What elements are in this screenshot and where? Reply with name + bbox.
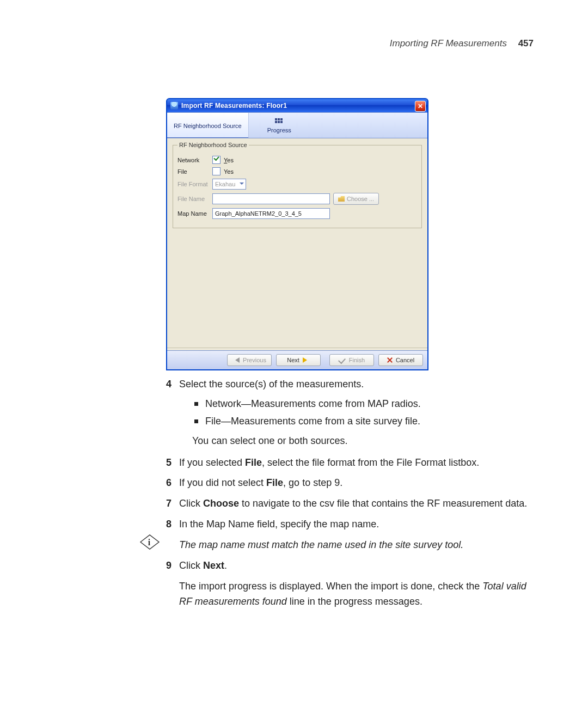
tab-progress[interactable]: Progress xyxy=(249,113,310,138)
instruction-text: 4 Select the source(s) of the measuremen… xyxy=(166,377,536,616)
step-text: In the Map Name field, specify the map n… xyxy=(179,519,379,530)
previous-label: Previous xyxy=(243,357,266,363)
previous-button[interactable]: Previous xyxy=(227,354,272,366)
group-legend: RF Neighborhood Source xyxy=(177,142,249,148)
finish-button[interactable]: Finish xyxy=(329,354,374,366)
close-icon: ✕ xyxy=(418,103,423,109)
step-6: 6 If you did not select File, go to step… xyxy=(166,476,536,491)
wizard-tabs: RF Neighborhood Source Progress xyxy=(167,112,427,138)
file-name-label: File Name xyxy=(177,196,209,202)
row-file: File Yes xyxy=(177,167,417,175)
x-icon xyxy=(387,357,393,363)
file-format-value: Ekahau xyxy=(215,181,235,187)
tab-label: RF Neighborhood Source xyxy=(174,123,242,129)
folder-icon xyxy=(338,196,345,202)
step-4-bullet-file: File—Measurements come from a site surve… xyxy=(194,414,536,429)
arrow-right-icon xyxy=(303,357,310,363)
file-name-input[interactable] xyxy=(212,193,330,204)
step-7: 7 Click Choose to navigate to the csv fi… xyxy=(166,496,536,512)
step-text: If you did not select File, go to step 9… xyxy=(179,477,342,488)
network-option: Yes xyxy=(224,157,234,163)
map-name-label: Map Name xyxy=(177,210,209,217)
choose-button[interactable]: Choose ... xyxy=(333,193,379,205)
app-icon xyxy=(170,102,178,109)
step-text: Click Choose to navigate to the csv file… xyxy=(179,498,527,509)
step-text: Select the source(s) of the measurements… xyxy=(179,379,364,389)
row-network: Network Yes xyxy=(177,156,417,164)
file-checkbox[interactable] xyxy=(212,167,220,175)
map-name-value: Graph_AlphaNETRM2_0_3_4_5 xyxy=(215,210,302,217)
step-9-note: The import progress is displayed. When t… xyxy=(179,579,536,610)
info-icon: i xyxy=(139,534,161,550)
file-label: File xyxy=(177,168,209,175)
network-label: Network xyxy=(177,157,209,163)
step-text: Click Next. xyxy=(179,560,227,571)
dialog-screenshot: Import RF Measurements: Floor1 ✕ RF Neig… xyxy=(166,98,428,370)
file-format-label: File Format xyxy=(177,181,209,187)
row-map-name: Map Name Graph_AlphaNETRM2_0_3_4_5 xyxy=(177,208,417,219)
step-4: 4 Select the source(s) of the measuremen… xyxy=(166,377,536,449)
row-file-name: File Name Choose ... xyxy=(177,193,417,205)
step-4-note: You can select one or both sources. xyxy=(192,434,536,449)
file-option: Yes xyxy=(224,168,234,175)
rf-source-group: RF Neighborhood Source Network Yes File … xyxy=(173,142,422,228)
next-label: Next xyxy=(287,357,299,363)
title-bar: Import RF Measurements: Floor1 ✕ xyxy=(167,99,427,112)
map-name-input[interactable]: Graph_AlphaNETRM2_0_3_4_5 xyxy=(212,208,330,219)
finish-label: Finish xyxy=(349,357,365,363)
tab-label: Progress xyxy=(267,127,291,133)
choose-label: Choose ... xyxy=(347,196,374,202)
next-button[interactable]: Next xyxy=(276,354,321,366)
cancel-label: Cancel xyxy=(396,357,414,363)
info-note-text: The map name must match the name used in… xyxy=(179,538,536,553)
step-4-bullet-network: Network—Measurements come from MAP radio… xyxy=(194,397,536,412)
svg-text:i: i xyxy=(148,538,151,547)
step-8: 8 In the Map Name field, specify the map… xyxy=(166,517,536,532)
step-5: 5 If you selected File, select the file … xyxy=(166,455,536,471)
page-number: 457 xyxy=(518,38,534,48)
dialog-footer: Previous Next Finish Cancel xyxy=(167,350,427,369)
step-text: If you selected File, select the file fo… xyxy=(179,457,479,468)
cancel-button[interactable]: Cancel xyxy=(378,354,423,366)
tab-rf-neighborhood-source[interactable]: RF Neighborhood Source xyxy=(167,113,249,138)
check-icon xyxy=(338,356,346,364)
row-file-format: File Format Ekahau xyxy=(177,179,417,190)
network-checkbox[interactable] xyxy=(212,156,220,164)
running-header: Importing RF Measurements 457 xyxy=(390,38,534,49)
progress-icon xyxy=(275,118,284,126)
step-9: 9 Click Next. The import progress is dis… xyxy=(166,558,536,610)
close-button[interactable]: ✕ xyxy=(415,101,426,112)
section-title: Importing RF Measurements xyxy=(390,38,507,48)
arrow-left-icon xyxy=(232,357,240,363)
file-format-combo[interactable]: Ekahau xyxy=(212,179,246,190)
window-title: Import RF Measurements: Floor1 xyxy=(181,102,287,109)
